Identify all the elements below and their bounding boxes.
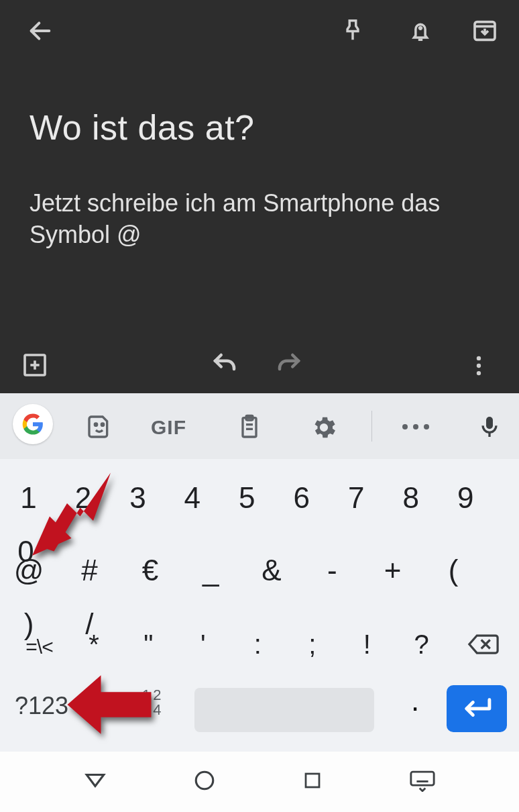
key-3[interactable]: 3	[112, 471, 164, 525]
system-navigation-bar	[0, 752, 519, 812]
key-asterisk[interactable]: *	[68, 617, 119, 671]
pin-icon[interactable]	[340, 17, 365, 46]
archive-down-icon[interactable]	[471, 17, 498, 47]
key-semicolon[interactable]: ;	[286, 617, 338, 671]
svg-point-13	[477, 371, 481, 375]
key-question[interactable]: ?	[396, 617, 447, 671]
svg-rect-31	[410, 772, 433, 785]
annotation-arrow-bottom	[66, 671, 153, 738]
key-enter[interactable]	[447, 685, 507, 732]
annotation-arrow-top	[32, 468, 119, 556]
svg-point-21	[413, 424, 418, 429]
svg-marker-27	[68, 675, 152, 734]
nav-keyboard-hide-icon[interactable]	[409, 769, 436, 795]
svg-point-15	[101, 423, 103, 425]
keyboard-toolbar: GIF	[0, 393, 519, 459]
notification-add-icon[interactable]	[408, 17, 433, 46]
more-vertical-icon[interactable]	[466, 353, 492, 381]
svg-point-29	[196, 772, 213, 789]
svg-point-14	[95, 423, 97, 425]
key-bang[interactable]: !	[341, 617, 393, 671]
key-spacebar[interactable]	[194, 688, 374, 732]
redo-icon[interactable]	[275, 350, 303, 381]
nav-recents-icon[interactable]	[302, 770, 323, 793]
key-5[interactable]: 5	[221, 471, 273, 525]
key-underscore[interactable]: _	[182, 544, 239, 597]
onscreen-keyboard: 1 2 3 4 5 6 7 8 9 0 @ # € _ & - + ( ) / …	[0, 459, 519, 752]
svg-rect-30	[306, 774, 319, 787]
key-abc-switch[interactable]: ?123	[15, 692, 68, 720]
editor-header-bar	[0, 0, 519, 64]
key-backspace[interactable]	[460, 617, 507, 671]
document-body[interactable]: Jetzt schreibe ich am Smartphone das Sym…	[30, 188, 489, 251]
toolbar-divider	[371, 411, 372, 442]
sticker-icon[interactable]	[86, 413, 113, 443]
key-dquote[interactable]: "	[123, 617, 174, 671]
key-6[interactable]: 6	[276, 471, 327, 525]
svg-point-11	[477, 356, 481, 360]
svg-point-22	[424, 424, 429, 429]
clipboard-icon[interactable]	[236, 413, 263, 443]
key-lparen[interactable]: (	[424, 544, 482, 597]
key-plus[interactable]: +	[364, 544, 422, 597]
note-editor-area: Wo ist das at? Jetzt schreibe ich am Sma…	[0, 0, 519, 393]
key-squote[interactable]: '	[177, 617, 229, 671]
google-icon[interactable]	[13, 404, 53, 444]
key-7[interactable]: 7	[331, 471, 382, 525]
nav-back-icon[interactable]	[84, 769, 107, 795]
key-ampersand[interactable]: &	[243, 544, 300, 597]
key-minus[interactable]: -	[303, 544, 361, 597]
key-8[interactable]: 8	[385, 471, 437, 525]
svg-marker-28	[86, 775, 104, 786]
add-box-icon[interactable]	[21, 352, 48, 381]
key-9[interactable]: 9	[440, 471, 492, 525]
settings-gear-icon[interactable]	[310, 413, 338, 444]
gif-button[interactable]: GIF	[151, 416, 186, 439]
microphone-icon[interactable]	[476, 413, 503, 443]
svg-point-12	[477, 364, 481, 368]
key-4[interactable]: 4	[166, 471, 218, 525]
nav-home-icon[interactable]	[193, 769, 216, 795]
back-arrow-icon[interactable]	[27, 17, 54, 47]
key-euro[interactable]: €	[121, 544, 179, 597]
document-title[interactable]: Wo ist das at?	[30, 107, 519, 148]
editor-bottom-toolbar	[0, 344, 519, 393]
svg-point-20	[402, 424, 408, 429]
key-period[interactable]: .	[398, 684, 432, 717]
key-symbols-switch[interactable]: =\<	[13, 620, 65, 674]
more-horizontal-icon[interactable]	[400, 420, 432, 436]
undo-icon[interactable]	[211, 350, 239, 381]
key-colon[interactable]: :	[232, 617, 284, 671]
keyboard-row-3: =\< * " ' : ; ! ?	[0, 617, 519, 674]
